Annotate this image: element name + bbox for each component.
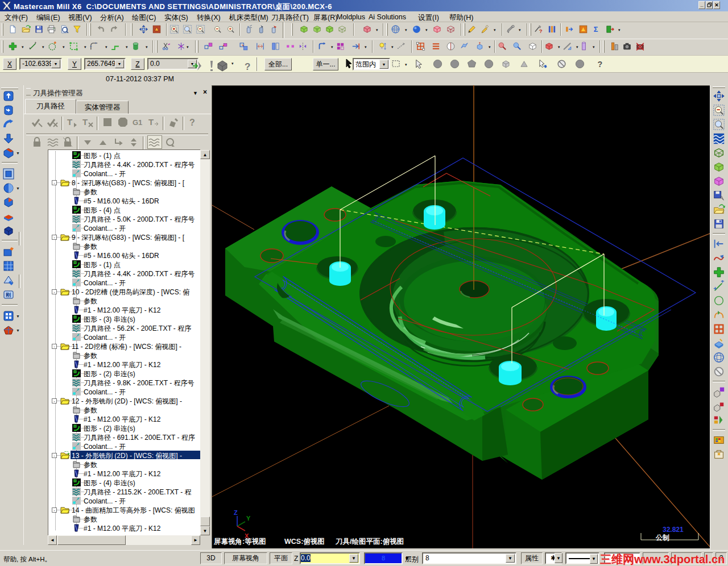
svg-text:Y: Y — [246, 515, 251, 522]
svg-text:刀具/绘图平面:俯视图: 刀具/绘图平面:俯视图 — [335, 538, 404, 546]
svg-text:Z: Z — [234, 509, 238, 516]
svg-text:32.821: 32.821 — [663, 526, 684, 534]
svg-text:WCS:俯视图: WCS:俯视图 — [284, 538, 325, 546]
svg-text:公制: 公制 — [655, 534, 669, 542]
svg-text:屏幕视角:等视图: 屏幕视角:等视图 — [213, 538, 266, 546]
